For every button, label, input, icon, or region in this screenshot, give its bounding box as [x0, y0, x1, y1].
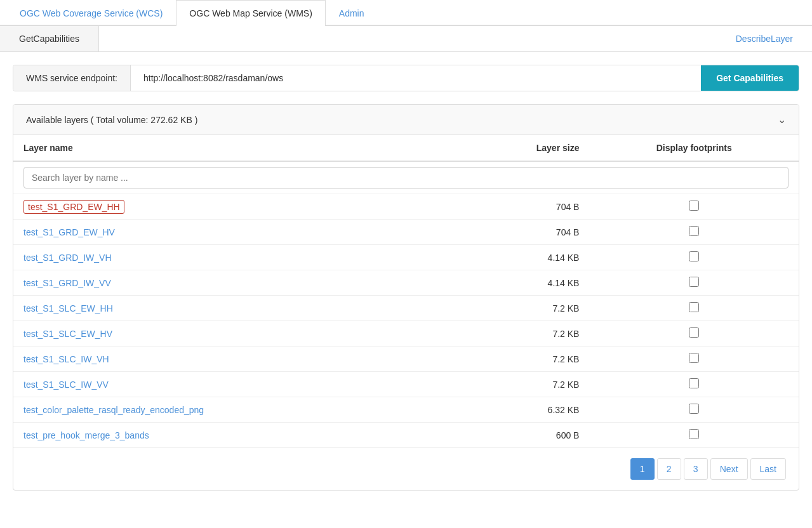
layer-name-link-3[interactable]: test_S1_GRD_IW_VH	[23, 253, 112, 263]
endpoint-label: WMS service endpoint:	[13, 65, 131, 91]
footprint-checkbox-1[interactable]	[689, 201, 699, 211]
table-row: test_S1_GRD_EW_HH704 B	[13, 194, 799, 220]
get-capabilities-button[interactable]: Get Capabilities	[701, 65, 799, 91]
table-row: test_S1_GRD_IW_VH4.14 KB	[13, 245, 799, 270]
layer-name-link-9[interactable]: test_color_palette_rasql_ready_encoded_p…	[23, 405, 204, 415]
chevron-down-icon: ⌄	[778, 114, 786, 126]
layer-name-link-5[interactable]: test_S1_SLC_EW_HH	[23, 303, 113, 314]
last-button[interactable]: Last	[750, 458, 786, 480]
table-row: test_S1_SLC_EW_HH7.2 KB	[13, 296, 799, 321]
footprint-checkbox-6[interactable]	[689, 327, 699, 338]
tab-admin[interactable]: Admin	[326, 0, 378, 26]
table-row: test_S1_SLC_EW_HV7.2 KB	[13, 321, 799, 346]
page-1-button[interactable]: 1	[630, 458, 655, 480]
layer-size-8: 7.2 KB	[451, 372, 590, 397]
sub-nav-describe-layer[interactable]: DescribeLayer	[717, 26, 812, 51]
accordion-title: Available layers ( Total volume: 272.62 …	[26, 115, 197, 125]
table-header-row: Layer name Layer size Display footprints	[13, 135, 799, 161]
layer-size-7: 7.2 KB	[451, 346, 590, 372]
footprint-checkbox-7[interactable]	[689, 353, 699, 363]
tab-wms[interactable]: OGC Web Map Service (WMS)	[176, 0, 325, 26]
table-row: test_S1_SLC_IW_VH7.2 KB	[13, 346, 799, 372]
layer-name-link-4[interactable]: test_S1_GRD_IW_VV	[23, 278, 111, 288]
layer-name-link-7[interactable]: test_S1_SLC_IW_VH	[23, 354, 109, 364]
footprint-checkbox-10[interactable]	[689, 429, 699, 439]
pagination: 1 2 3 Next Last	[13, 448, 799, 490]
sub-nav: GetCapabilities DescribeLayer	[0, 26, 812, 52]
endpoint-value: http://localhost:8082/rasdaman/ows	[131, 65, 701, 91]
layer-size-9: 6.32 KB	[451, 397, 590, 423]
layers-table: Layer name Layer size Display footprints…	[13, 135, 799, 448]
table-row: test_S1_GRD_EW_HV704 B	[13, 220, 799, 245]
layer-name-link-10[interactable]: test_pre_hook_merge_3_bands	[23, 430, 149, 440]
sub-nav-get-capabilities[interactable]: GetCapabilities	[0, 26, 99, 51]
footprint-checkbox-8[interactable]	[689, 378, 699, 388]
page-3-button[interactable]: 3	[684, 458, 708, 480]
footprint-checkbox-2[interactable]	[689, 226, 699, 236]
search-row	[13, 161, 799, 194]
endpoint-row: WMS service endpoint: http://localhost:8…	[13, 65, 799, 91]
layer-size-6: 7.2 KB	[451, 321, 590, 346]
col-layer-size: Layer size	[451, 135, 590, 161]
search-input[interactable]	[23, 167, 789, 188]
table-row: test_S1_GRD_IW_VV4.14 KB	[13, 270, 799, 296]
table-row: test_pre_hook_merge_3_bands600 B	[13, 423, 799, 448]
layer-name-link-1[interactable]: test_S1_GRD_EW_HH	[23, 200, 124, 214]
page-2-button[interactable]: 2	[657, 458, 681, 480]
layer-name-link-2[interactable]: test_S1_GRD_EW_HV	[23, 227, 115, 237]
layers-accordion: Available layers ( Total volume: 272.62 …	[13, 104, 799, 491]
next-button[interactable]: Next	[710, 458, 748, 480]
footprint-checkbox-5[interactable]	[689, 302, 699, 312]
footprint-checkbox-9[interactable]	[689, 404, 699, 414]
col-display-footprints: Display footprints	[589, 135, 799, 161]
layer-size-2: 704 B	[451, 220, 590, 245]
nav-tabs: OGC Web Coverage Service (WCS) OGC Web M…	[0, 0, 812, 26]
layer-name-link-8[interactable]: test_S1_SLC_IW_VV	[23, 380, 109, 390]
table-row: test_color_palette_rasql_ready_encoded_p…	[13, 397, 799, 423]
layer-size-4: 4.14 KB	[451, 270, 590, 296]
layer-size-1: 704 B	[451, 194, 590, 220]
layer-size-3: 4.14 KB	[451, 245, 590, 270]
table-row: test_S1_SLC_IW_VV7.2 KB	[13, 372, 799, 397]
layer-size-10: 600 B	[451, 423, 590, 448]
main-content: WMS service endpoint: http://localhost:8…	[0, 52, 812, 503]
tab-wcs[interactable]: OGC Web Coverage Service (WCS)	[6, 0, 176, 26]
footprint-checkbox-4[interactable]	[689, 277, 699, 287]
accordion-header[interactable]: Available layers ( Total volume: 272.62 …	[13, 105, 799, 135]
layer-name-link-6[interactable]: test_S1_SLC_EW_HV	[23, 329, 112, 339]
layer-size-5: 7.2 KB	[451, 296, 590, 321]
col-layer-name: Layer name	[13, 135, 451, 161]
footprint-checkbox-3[interactable]	[689, 251, 699, 261]
